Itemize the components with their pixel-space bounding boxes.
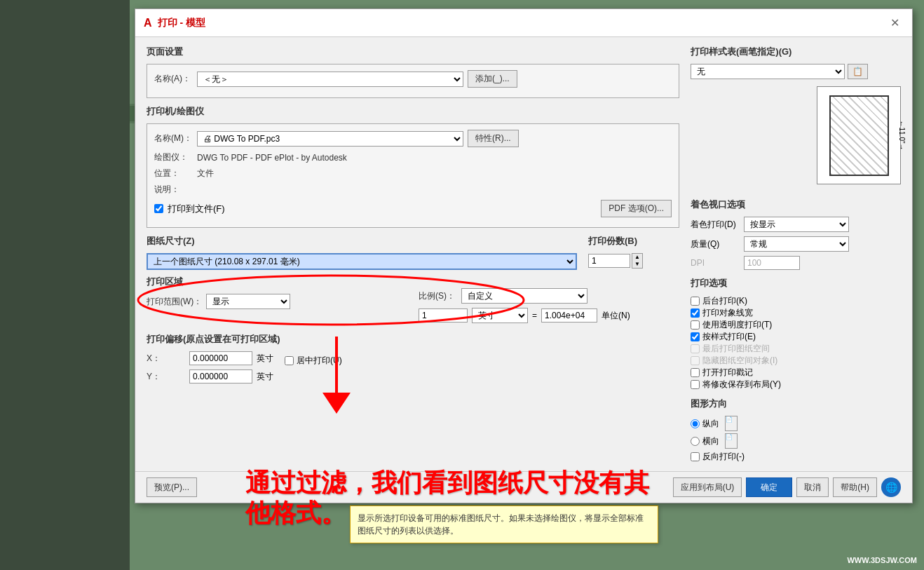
offset-x-row: X： 英寸: [147, 351, 273, 365]
apply-layout-button[interactable]: 应用到布局(U): [673, 477, 742, 497]
reverse-checkbox[interactable]: [691, 452, 700, 461]
shaded-print-label: 着色打印(D): [691, 219, 740, 231]
print-to-file-row: 打印到文件(F) PDF 选项(O)...: [154, 200, 672, 217]
print-range-select[interactable]: 显示: [206, 294, 290, 309]
option-transparency-checkbox[interactable]: [691, 320, 700, 330]
dpi-label: DPI: [691, 258, 740, 268]
shaded-print-select[interactable]: 按显示: [744, 217, 849, 232]
style-table-edit-button[interactable]: 📋: [848, 64, 868, 79]
dialog-titlebar: A 打印 - 模型 ✕: [135, 9, 912, 37]
option-background-checkbox[interactable]: [691, 297, 700, 306]
style-table-select[interactable]: 无: [691, 64, 845, 79]
paper-size-select[interactable]: 上一个图纸尺寸 (210.08 x 297.01 毫米): [147, 253, 577, 270]
direction-header: 图形方向: [691, 398, 901, 410]
offset-x-unit: 英寸: [257, 353, 273, 365]
dpi-input[interactable]: [744, 256, 800, 270]
print-area-section: 打印区域 打印范围(W)： 显示: [147, 276, 407, 327]
add-page-setup-button[interactable]: 添加(_)...: [468, 70, 517, 88]
option-hide-paperspace-checkbox[interactable]: [691, 356, 700, 365]
option-bystyle-checkbox[interactable]: [691, 332, 700, 341]
landscape-radio[interactable]: [691, 437, 700, 446]
dpi-row: DPI: [691, 256, 901, 270]
description-label: 说明：: [154, 184, 193, 196]
scale-section: 比例(S)： 自定义 英寸 = 单位(N): [419, 276, 679, 327]
scale-input1[interactable]: [419, 308, 468, 323]
printer-name-row: 名称(M)： 🖨 DWG To PDF.pc3 特性(R)...: [154, 130, 672, 147]
spinner-buttons[interactable]: ▲ ▼: [632, 253, 643, 269]
annotation-line2: 他格式。: [245, 498, 649, 528]
dialog-body: 页面设置 名称(A)： ＜无＞ 添加(_)... 打印机/绘图仪 名称(M)： …: [135, 37, 912, 471]
print-copies-input[interactable]: [588, 254, 630, 268]
area-scale-row: 打印区域 打印范围(W)： 显示 比例(S)： 自定义: [147, 276, 679, 327]
center-print-checkbox[interactable]: [285, 356, 294, 365]
print-copies-spinner: ▲ ▼: [588, 253, 679, 269]
printer-name-select[interactable]: 🖨 DWG To PDF.pc3: [197, 131, 463, 147]
option-linewidth-label: 打印对象线宽: [702, 307, 753, 319]
annotation-text: 通过过滤，我们看到图纸尺寸没有其 他格式。: [245, 468, 649, 528]
offset-y-label: Y：: [147, 371, 185, 383]
offset-y-input[interactable]: [189, 369, 252, 384]
print-offset-header: 打印偏移(原点设置在可打印区域): [147, 333, 679, 346]
properties-button[interactable]: 特性(R)...: [468, 130, 519, 147]
option-stamp-checkbox[interactable]: [691, 368, 700, 377]
option-last-paperspace-checkbox[interactable]: [691, 344, 700, 353]
option-last-paperspace-label: 最后打印图纸空间: [702, 343, 770, 355]
option-save-layout-checkbox[interactable]: [691, 380, 700, 389]
confirm-button[interactable]: 确定: [746, 477, 792, 497]
offset-y-row: Y： 英寸: [147, 369, 679, 384]
option-background: 后台打印(K): [691, 295, 901, 307]
scale-unit1-select[interactable]: 英寸: [472, 308, 528, 323]
scale-select[interactable]: 自定义: [461, 288, 587, 304]
background-panel: [0, 0, 130, 570]
option-last-paperspace: 最后打印图纸空间: [691, 343, 901, 355]
cancel-button[interactable]: 取消: [796, 477, 829, 497]
right-panel: 打印样式表(画笔指定)(G) 无 📋 ← 8.5" →: [691, 46, 901, 463]
page-name-select[interactable]: ＜无＞: [197, 72, 463, 87]
option-hide-paperspace: 隐藏图纸空间对象(I): [691, 355, 901, 367]
page-setup-header: 页面设置: [147, 46, 679, 58]
close-button[interactable]: ✕: [886, 15, 904, 31]
dialog-title: A 打印 - 模型: [144, 17, 205, 29]
offset-x-input[interactable]: [189, 351, 252, 365]
quality-select[interactable]: 常规: [744, 236, 849, 252]
offset-row: X： 英寸 居中打印(U): [147, 351, 679, 369]
option-background-label: 后台打印(K): [702, 295, 747, 307]
globe-icon: 🌐: [881, 477, 901, 497]
scale-input2[interactable]: [541, 308, 597, 323]
paper-size-section: 图纸尺寸(Z) 上一个图纸尺寸 (210.08 x 297.01 毫米) 显示所…: [147, 235, 577, 270]
portrait-radio[interactable]: [691, 419, 700, 428]
paper-preview-wrapper: ← 8.5" → ←11.0"→: [810, 86, 901, 191]
paper-inner: [829, 95, 889, 176]
shaded-viewport-box: 着色打印(D) 按显示 质量(Q) 常规 DPI: [691, 217, 901, 270]
help-button[interactable]: 帮助(H): [833, 477, 877, 497]
location-value: 文件: [197, 168, 214, 179]
printer-box: 名称(M)： 🖨 DWG To PDF.pc3 特性(R)... 绘图仪： DW…: [147, 123, 679, 228]
portrait-row: 纵向 📄: [691, 416, 901, 431]
location-row: 位置： 文件: [154, 168, 672, 179]
print-options-header: 打印选项: [691, 277, 901, 290]
dialog-title-text: 打印 - 模型: [158, 17, 205, 29]
scale-unit2: 单位(N): [602, 310, 630, 322]
paper-copies-row: 图纸尺寸(Z) 上一个图纸尺寸 (210.08 x 297.01 毫米) 显示所…: [147, 235, 679, 270]
scale-values-row: 英寸 = 单位(N): [419, 308, 679, 323]
option-linewidth-checkbox[interactable]: [691, 308, 700, 318]
option-stamp: 打开打印戳记: [691, 367, 901, 379]
scale-row: 比例(S)： 自定义: [419, 288, 679, 304]
description-row: 说明：: [154, 184, 672, 196]
page-setup-box: 名称(A)： ＜无＞ 添加(_)...: [147, 64, 679, 98]
print-offset-section: 打印偏移(原点设置在可打印区域) X： 英寸 居中打印(U) Y： 英寸: [147, 333, 679, 384]
shaded-print-row: 着色打印(D) 按显示: [691, 217, 901, 232]
preview-button[interactable]: 预览(P)...: [147, 477, 197, 497]
landscape-label: 横向: [702, 435, 719, 447]
plotter-value: DWG To PDF - PDF ePlot - by Autodesk: [197, 153, 347, 163]
spinner-up[interactable]: ▲: [632, 254, 642, 261]
print-to-file-checkbox[interactable]: [154, 204, 163, 213]
spinner-down[interactable]: ▼: [632, 261, 642, 268]
option-transparency: 使用透明度打印(T): [691, 319, 901, 331]
printer-name-label: 名称(M)：: [154, 133, 193, 144]
pdf-options-button[interactable]: PDF 选项(O)...: [601, 200, 672, 217]
center-print-label: 居中打印(U): [297, 355, 342, 367]
paper-preview: ←11.0"→: [817, 86, 901, 184]
option-bystyle-label: 按样式打印(E): [702, 331, 756, 343]
scale-label: 比例(S)：: [419, 290, 457, 302]
